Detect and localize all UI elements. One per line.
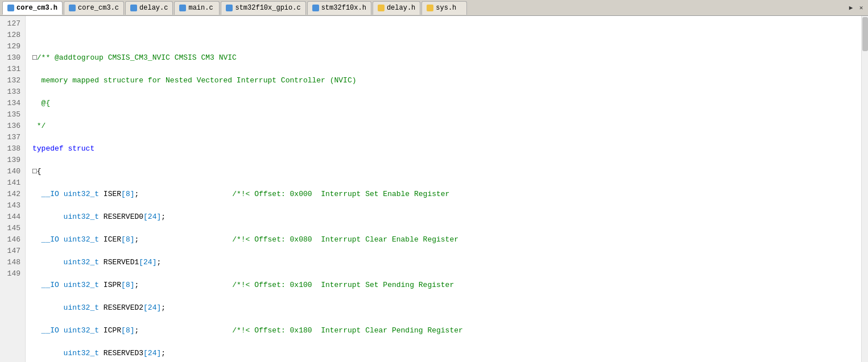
line-128: □/** @addtogroup CMSIS_CM3_NVIC CMSIS CM… (32, 52, 861, 64)
tab-icon-delay-h (378, 5, 385, 11)
tab-delay-h[interactable]: delay.h (373, 1, 420, 15)
tab-close-button[interactable]: ✕ (857, 3, 866, 13)
tab-icon-stm32-h (312, 5, 319, 11)
tab-icon-main-c (179, 5, 186, 11)
tab-label-stm32-h: stm32f10x.h (321, 4, 366, 12)
line-135: uint32_t RESERVED0[24]; (32, 211, 861, 223)
tab-stm32-h[interactable]: stm32f10x.h (307, 1, 371, 15)
line-129: memory mapped structure for Nested Vecto… (32, 75, 861, 86)
tab-stm32-gpio[interactable]: stm32f10x_gpio.c (221, 1, 305, 15)
tab-label-core-cm3-c: core_cm3.c (78, 4, 119, 12)
line-133: □{ (32, 166, 861, 177)
tab-label-main-c: main.c (188, 4, 213, 12)
line-140: __IO uint32_t ICPR[8]; /*!< Offset: 0x18… (32, 325, 861, 336)
tab-core-cm3-h[interactable]: core_cm3.h (2, 1, 63, 15)
line-139: uint32_t RESERVED2[24]; (32, 302, 861, 314)
line-137: uint32_t RSERVED1[24]; (32, 257, 861, 268)
line-132: typedef struct (32, 143, 861, 155)
line-138: __IO uint32_t ISPR[8]; /*!< Offset: 0x10… (32, 280, 861, 291)
editor-container: core_cm3.h core_cm3.c delay.c main.c stm… (0, 0, 868, 362)
tab-delay-c[interactable]: delay.c (125, 1, 173, 15)
line-136: __IO uint32_t ICER[8]; /*!< Offset: 0x08… (32, 234, 861, 246)
line-127 (32, 30, 861, 41)
tab-label-core-cm3-h: core_cm3.h (16, 4, 57, 12)
tab-overflow-button[interactable]: ▶ (846, 3, 855, 13)
line-131: */ (32, 120, 861, 132)
line-134: __IO uint32_t ISER[8]; /*!< Offset: 0x00… (32, 189, 861, 200)
tab-main-c[interactable]: main.c (174, 1, 220, 15)
vertical-scrollbar[interactable] (861, 16, 868, 362)
tab-sys-h[interactable]: sys.h (421, 1, 467, 15)
tab-label-delay-c: delay.c (139, 4, 168, 12)
code-area: 127 128 129 130 131 132 133 134 135 136 … (0, 16, 868, 362)
line-141: uint32_t RESERVED3[24]; (32, 348, 861, 359)
tab-bar: core_cm3.h core_cm3.c delay.c main.c stm… (0, 0, 868, 16)
tab-icon-sys-h (427, 5, 433, 11)
scrollbar-thumb[interactable] (862, 17, 868, 51)
line-numbers: 127 128 129 130 131 132 133 134 135 136 … (0, 16, 26, 362)
tab-label-stm32-gpio: stm32f10x_gpio.c (235, 4, 300, 12)
tab-icon-stm32-gpio (226, 5, 233, 11)
tab-icon-core-cm3-c (69, 5, 76, 11)
line-130: @{ (32, 98, 861, 109)
tab-label-sys-h: sys.h (436, 4, 456, 12)
tab-icon-core-cm3-h (7, 5, 14, 11)
code-content[interactable]: □/** @addtogroup CMSIS_CM3_NVIC CMSIS CM… (26, 16, 861, 362)
tab-icon-delay-c (130, 5, 137, 11)
tab-label-delay-h: delay.h (387, 4, 415, 12)
tab-core-cm3-c[interactable]: core_cm3.c (64, 1, 124, 15)
tab-actions: ▶ ✕ (846, 3, 868, 13)
